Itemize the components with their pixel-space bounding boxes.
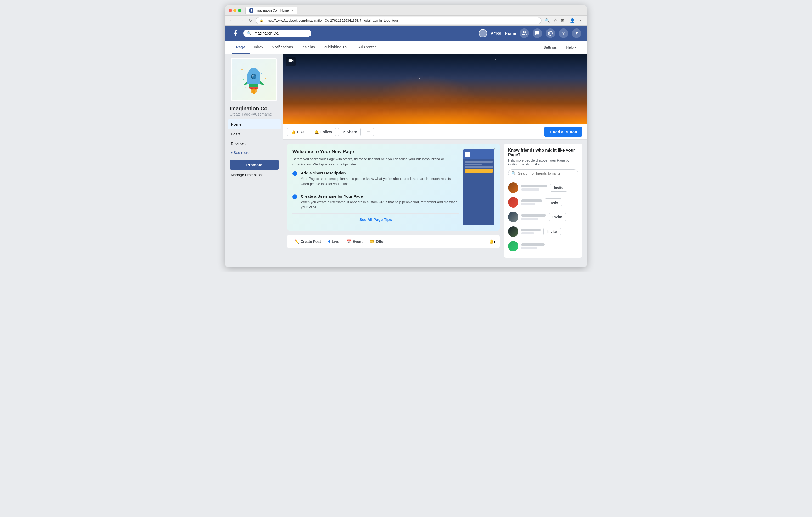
video-icon[interactable] [286,57,296,66]
like-icon: 👍 [291,130,296,134]
svg-point-5 [243,79,243,80]
sidebar-nav: Home Posts Reviews [228,119,281,149]
manage-promotions-link[interactable]: Manage Promotions [228,171,281,179]
see-all-tips-link[interactable]: See All Page Tips [292,213,459,225]
invite-button-3[interactable]: Invite [549,213,566,221]
facebook-search-box[interactable]: 🔍 [243,30,311,37]
tab-page[interactable]: Page [232,41,250,54]
close-window-button[interactable] [229,9,232,12]
menu-button[interactable]: ⋮ [578,17,584,24]
calendar-icon: 📅 [347,239,351,244]
friend-name-line2-3 [521,218,538,220]
sidebar-item-reviews[interactable]: Reviews [228,139,281,149]
add-button-cta[interactable]: + Add a Button [544,127,582,137]
page-username[interactable]: Create Page @Username [228,112,281,116]
minimize-window-button[interactable] [233,9,236,12]
tab-inbox[interactable]: Inbox [250,41,268,54]
card-preview-header: f [463,149,494,159]
friend-item-2: Invite [508,195,578,210]
friend-name-line2-5 [521,247,537,249]
sidebar: Imagination Co. Create Page @Username Ho… [226,54,283,267]
friend-name-line1-4 [521,229,541,231]
tab-close-button[interactable]: × [292,9,293,12]
side-card: Know friends who might like your Page? H… [504,144,582,258]
layers-button[interactable]: ⊞ [560,17,565,24]
share-button[interactable]: ↗ Share [338,127,361,136]
welcome-card-close-button[interactable]: × [493,146,496,152]
follow-button[interactable]: 🔔 Follow [311,127,336,136]
facebook-header: 🔍 Alfred Home ? ▾ [226,26,586,41]
messenger-nav-icon[interactable] [532,29,542,38]
see-all-tips-label: See All Page Tips [359,217,392,222]
page-name: Imagination Co. [228,105,281,112]
invite-button-1[interactable]: Invite [550,184,568,191]
home-link[interactable]: Home [505,31,516,35]
live-button[interactable]: Live [325,238,342,245]
friends-card-description: Help more people discover your Page by i… [508,158,578,166]
browser-window: Imagination Co. - Home × + ← → ↻ 🔒 https… [226,5,586,267]
sidebar-item-posts[interactable]: Posts [228,129,281,139]
friend-name-line1-2 [521,200,542,202]
live-dot [328,240,330,243]
follow-label: Follow [320,130,332,134]
profile-button[interactable]: 👤 [569,17,576,24]
tab-publishing[interactable]: Publishing To... [319,41,354,54]
svg-marker-16 [292,60,293,62]
tab-notifications[interactable]: Notifications [268,41,297,54]
see-more-label: See more [234,151,250,155]
tab-adcenter[interactable]: Ad Center [354,41,380,54]
browser-tab[interactable]: Imagination Co. - Home × [245,6,297,14]
help-nav-icon[interactable]: ? [559,29,568,38]
browser-toolbar: ← → ↻ 🔒 https://www.facebook.com/Imagina… [226,16,586,26]
invite-button-4[interactable]: Invite [543,227,561,236]
facebook-search-input[interactable] [254,31,308,35]
maximize-window-button[interactable] [238,9,241,12]
more-actions-button[interactable]: ··· [363,127,374,136]
event-button[interactable]: 📅 Event [344,238,366,245]
cover-glow [283,93,586,124]
friend-name-line2 [521,188,540,190]
page-avatar [231,58,277,101]
svg-point-15 [254,89,257,93]
search-toolbar-button[interactable]: 🔍 [544,17,551,24]
dropdown-nav-icon[interactable]: ▾ [572,29,581,38]
new-tab-button[interactable]: + [298,7,306,13]
tab-insights[interactable]: Insights [297,41,319,54]
invite-button-2[interactable]: Invite [545,199,562,206]
friends-search-input[interactable] [518,171,564,175]
offer-button[interactable]: 🎫 Offer [367,238,388,245]
cards-container: Welcome to Your New Page Before you shar… [283,140,586,262]
friend-name-1 [521,185,547,190]
post-more-options[interactable]: 🔔▾ [489,239,495,244]
friend-name-line2-4 [521,232,534,235]
create-post-button[interactable]: ✏️ Create Post [291,238,324,245]
tip-content-2: Create a Username for Your Page When you… [301,194,459,210]
globe-nav-icon[interactable] [546,29,555,38]
friend-name-line1 [521,185,547,187]
address-bar[interactable]: 🔒 https://www.facebook.com/Imagination-C… [256,17,542,24]
friend-name-3 [521,214,546,220]
main-card: Welcome to Your New Page Before you shar… [287,144,500,258]
back-button[interactable]: ← [228,17,235,24]
friend-avatar-4 [508,226,519,237]
like-button[interactable]: 👍 Like [287,127,309,136]
bookmark-button[interactable]: ☆ [552,17,558,24]
create-post-label: Create Post [300,239,321,244]
friend-name-4 [521,229,541,235]
rocket-illustration [238,64,269,95]
friends-nav-icon[interactable] [520,29,529,38]
refresh-button[interactable]: ↻ [247,17,254,24]
content-area: 👍 Like 🔔 Follow ↗ Share ··· + Add a Butt… [283,54,586,267]
see-more-link[interactable]: ▾ See more [228,149,281,157]
browser-titlebar: Imagination Co. - Home × + [226,5,586,16]
friends-search-box[interactable]: 🔍 [508,170,578,177]
welcome-card: Welcome to Your New Page Before you shar… [287,144,500,231]
card-preview-button [465,169,493,173]
svg-point-10 [252,74,256,79]
user-name: Alfred [491,31,501,35]
promote-button[interactable]: Promote [230,160,279,170]
forward-button[interactable]: → [237,17,245,24]
settings-button[interactable]: Settings [540,43,560,52]
help-button[interactable]: Help ▾ [562,43,580,52]
sidebar-item-home[interactable]: Home [228,119,281,129]
